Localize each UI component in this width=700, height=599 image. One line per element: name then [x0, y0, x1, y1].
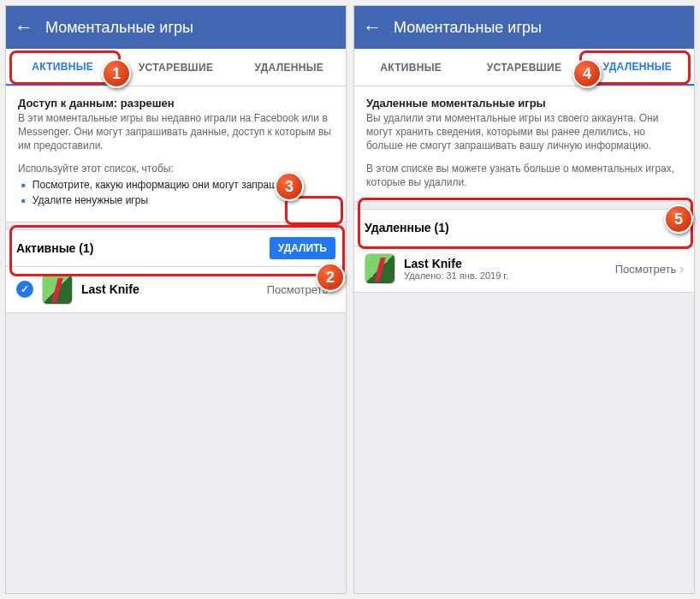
checkbox-checked-icon[interactable] [16, 281, 33, 298]
list-item[interactable]: Last Knife Посмотреть › [6, 267, 346, 313]
back-icon[interactable]: ← [15, 16, 33, 39]
tab-deleted[interactable]: УДАЛЕННЫЕ [233, 49, 346, 86]
app-icon [365, 253, 395, 284]
delete-button[interactable]: УДАЛИТЬ [270, 237, 335, 259]
info-block: Доступ к данным: разрешен В эти моментал… [6, 86, 346, 222]
tab-obsolete[interactable]: УСТАРЕВШИЕ [119, 49, 232, 86]
info-title: Доступ к данным: разрешен [18, 97, 334, 110]
info-bullets: Посмотрите, какую информацию они могут з… [18, 179, 334, 208]
info-text-1: В эти моментальные игры вы недавно играл… [18, 111, 334, 153]
chevron-right-icon: › [679, 262, 684, 276]
list-item[interactable]: Last Knife Удалено: 31 янв. 2019 г. Посм… [354, 246, 694, 293]
tab-active[interactable]: АКТИВНЫЕ [354, 49, 467, 86]
back-icon[interactable]: ← [363, 16, 382, 39]
section-bar: Удаленные (1) [354, 209, 694, 246]
view-label: Посмотреть [615, 263, 677, 276]
bullet-2: Удалите ненужные игры [21, 194, 334, 208]
phone-right: ← Моментальные игры АКТИВНЫЕ УСТАРЕВШИЕ … [353, 5, 695, 594]
tabs: АКТИВНЫЕ УСТАРЕВШИЕ УДАЛЕННЫЕ [354, 49, 694, 86]
chevron-right-icon: › [331, 282, 335, 296]
info-text-2: Используйте этот список, чтобы: [18, 162, 334, 175]
section-label: Активные (1) [16, 241, 93, 255]
tab-active[interactable]: АКТИВНЫЕ [6, 49, 119, 86]
info-title: Удаленные моментальные игры [366, 97, 682, 110]
view-link[interactable]: Посмотреть › [615, 262, 684, 276]
header: ← Моментальные игры [354, 6, 694, 49]
app-name: Last Knife [81, 282, 258, 296]
section-bar: Активные (1) УДАЛИТЬ [6, 229, 346, 267]
view-label: Посмотреть [267, 283, 329, 296]
app-sub: Удалено: 31 янв. 2019 г. [404, 270, 607, 281]
info-block: Удаленные моментальные игры Вы удалили э… [354, 86, 694, 202]
view-link[interactable]: Посмотреть › [267, 282, 335, 296]
bullet-1: Посмотрите, какую информацию они могут з… [21, 179, 334, 193]
info-text-2: В этом списке вы можете узнать больше о … [366, 162, 682, 189]
app-name: Last Knife [404, 257, 607, 270]
section-label: Удаленные (1) [365, 221, 449, 234]
page-title: Моментальные игры [394, 19, 542, 37]
phone-left: ← Моментальные игры АКТИВНЫЕ УСТАРЕВШИЕ … [5, 5, 347, 594]
tabs: АКТИВНЫЕ УСТАРЕВШИЕ УДАЛЕННЫЕ [6, 49, 346, 86]
app-icon [42, 274, 73, 305]
tab-obsolete[interactable]: УСТАРЕВШИЕ [467, 49, 580, 86]
tab-deleted[interactable]: УДАЛЕННЫЕ [581, 49, 694, 86]
page-title: Моментальные игры [45, 19, 193, 37]
info-text-1: Вы удалили эти моментальные игры из свое… [366, 111, 682, 153]
header: ← Моментальные игры [6, 6, 346, 49]
